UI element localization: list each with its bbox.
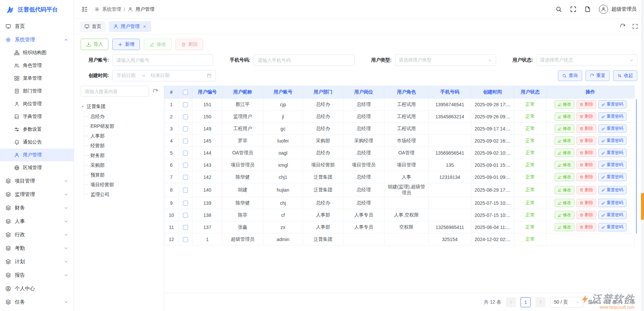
row-reset-password-button[interactable]: 重置密码 [598,137,627,145]
row-checkbox[interactable] [183,102,188,107]
sidebar-item[interactable]: 组织结构图 [0,46,74,59]
tree-node[interactable]: 项目经营部 [84,180,159,190]
sidebar-item[interactable]: 考勤 [0,241,74,255]
row-delete-button[interactable]: 删除 [576,100,596,109]
edit-button[interactable]: 修改 [144,39,172,50]
row-reset-password-button[interactable]: 重置密码 [598,100,627,109]
row-delete-button[interactable]: 删除 [576,173,596,181]
row-edit-button[interactable]: 修改 [555,137,574,145]
table-scrollbar-thumb[interactable] [636,99,637,234]
sidebar-item[interactable]: 个人中心 [0,282,74,295]
export-icon[interactable] [584,6,591,12]
row-edit-button[interactable]: 修改 [555,112,574,121]
next-page-button[interactable] [535,297,545,307]
tab-用户管理[interactable]: 用户管理 [109,21,151,32]
row-edit-button[interactable]: 修改 [555,100,574,109]
row-delete-button[interactable]: 删除 [576,124,596,133]
breadcrumb-root[interactable]: 系统管理 [102,6,121,12]
sidebar-item[interactable]: 财务 [0,201,74,215]
current-user-name[interactable]: 超级管理员 [611,6,637,12]
sidebar-item[interactable]: 岗位管理 [0,98,74,110]
refresh-icon[interactable] [620,24,626,29]
tree-node[interactable]: 预算部 [84,170,159,180]
row-reset-password-button[interactable]: 重置密码 [598,223,627,231]
row-checkbox[interactable] [183,201,188,206]
tree-node[interactable]: 采购部 [84,160,159,170]
row-delete-button[interactable]: 删除 [576,199,596,207]
row-delete-button[interactable]: 删除 [576,161,596,169]
row-edit-button[interactable]: 修改 [555,149,574,157]
window-scrollbar[interactable] [641,0,644,311]
row-checkbox[interactable] [183,163,188,168]
row-checkbox[interactable] [183,114,188,119]
avatar[interactable] [599,5,608,14]
account-input[interactable] [112,54,213,66]
sidebar-item[interactable]: 系统管理 [0,33,74,46]
row-delete-button[interactable]: 删除 [576,149,596,157]
sidebar-item[interactable]: 用户管理 [0,149,74,161]
sidebar-item[interactable]: 部门管理 [0,85,74,98]
row-reset-password-button[interactable]: 重置密码 [598,149,627,157]
row-edit-button[interactable]: 修改 [555,161,574,169]
sidebar-item[interactable]: 区域管理 [0,161,74,174]
prev-page-button[interactable] [506,297,516,307]
row-checkbox[interactable] [183,225,188,230]
tree-node[interactable]: 监理公司 [84,190,159,199]
sidebar-item[interactable]: 项目管理 [0,174,74,188]
row-checkbox[interactable] [183,175,188,180]
row-delete-button[interactable]: 删除 [576,112,596,121]
sidebar-item[interactable]: 角色管理 [0,59,74,72]
row-edit-button[interactable]: 修改 [555,223,574,231]
tab-close-icon[interactable] [143,25,147,29]
sidebar-item[interactable]: 报告 [0,268,74,282]
import-button[interactable]: 导入 [81,39,108,50]
tree-node[interactable]: ERP研发部 [84,121,159,131]
row-checkbox[interactable] [183,188,188,193]
row-edit-button[interactable]: 修改 [555,124,574,133]
tree-node[interactable]: 人事部 [84,131,159,141]
row-reset-password-button[interactable]: 重置密码 [598,199,627,207]
tree-refresh-button[interactable] [152,88,159,95]
row-checkbox[interactable] [183,139,188,144]
sidebar-item[interactable]: 通知公告 [0,136,74,149]
sidebar-item[interactable]: 参数设置 [0,123,74,136]
row-edit-button[interactable]: 修改 [555,199,574,207]
sidebar-item[interactable]: 行政 [0,228,74,241]
row-delete-button[interactable]: 删除 [576,186,596,194]
current-page[interactable]: 1 [521,297,531,307]
row-reset-password-button[interactable]: 重置密码 [598,161,627,169]
row-reset-password-button[interactable]: 重置密码 [598,211,627,219]
phone-input[interactable] [254,54,354,66]
row-checkbox[interactable] [183,151,188,156]
page-size-select[interactable]: 50 / 页 [550,297,583,308]
row-edit-button[interactable]: 修改 [555,211,574,219]
date-range-picker[interactable]: 开始日期 结束日期 [112,70,216,81]
scrollbar-thumb[interactable] [641,193,644,220]
select-all-checkbox[interactable] [183,90,188,95]
row-reset-password-button[interactable]: 重置密码 [598,112,627,121]
row-checkbox[interactable] [183,213,188,218]
sidebar-item[interactable]: 菜单管理 [0,72,74,85]
tree-root-node[interactable]: 泛普集团 [81,102,159,112]
row-edit-button[interactable]: 修改 [555,173,574,181]
sidebar-item[interactable]: 字典管理 [0,110,74,123]
row-delete-button[interactable]: 删除 [576,137,596,145]
row-delete-button[interactable]: 删除 [576,211,596,219]
user-status-select[interactable]: 请选择用户状态 [536,54,637,66]
row-reset-password-button[interactable]: 重置密码 [598,124,627,133]
row-reset-password-button[interactable]: 重置密码 [598,186,627,194]
user-type-select[interactable]: 请选择用户类型 [395,54,496,66]
search-icon[interactable] [556,6,562,12]
sidebar-item[interactable]: 人事 [0,215,74,228]
collapse-filters-button[interactable]: 收起 [613,70,637,81]
fullscreen-icon[interactable] [570,6,576,12]
collapse-sidebar-icon[interactable] [81,6,88,12]
row-checkbox[interactable] [183,237,188,242]
delete-button[interactable]: 删除 [176,39,203,50]
row-edit-button[interactable]: 修改 [555,186,574,194]
fullscreen-icon[interactable] [632,24,638,29]
query-button[interactable]: 查询 [558,70,582,81]
tab-首页[interactable]: 首页 [80,21,106,32]
row-delete-button[interactable]: 删除 [576,223,596,231]
sidebar-item[interactable]: 首页 [0,20,74,33]
